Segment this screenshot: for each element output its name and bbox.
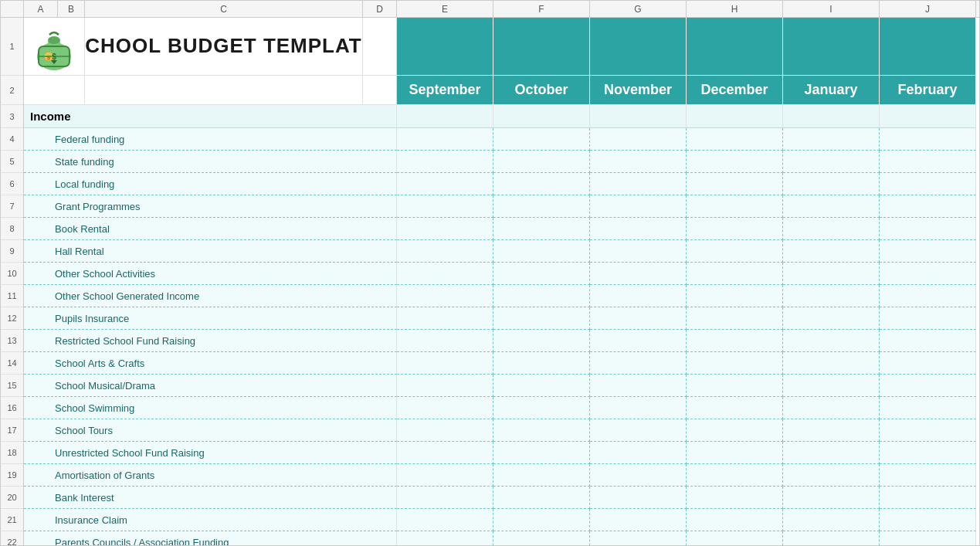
cell-j19[interactable] (880, 464, 976, 487)
cell-h22[interactable] (687, 531, 783, 545)
cell-e8[interactable] (397, 218, 493, 240)
cell-h17[interactable] (687, 419, 783, 442)
cell-e9[interactable] (397, 240, 493, 263)
cell-j8[interactable] (880, 218, 976, 240)
cell-e6[interactable] (397, 173, 493, 195)
cell-j16[interactable] (880, 397, 976, 419)
cell-h21[interactable] (687, 509, 783, 531)
cell-h4[interactable] (687, 128, 783, 151)
cell-i6[interactable] (783, 173, 880, 195)
cell-f8[interactable] (493, 218, 590, 240)
cell-g15[interactable] (590, 375, 687, 397)
cell-e16[interactable] (397, 397, 493, 419)
cell-h11[interactable] (687, 285, 783, 307)
cell-g13[interactable] (590, 330, 687, 352)
cell-e12[interactable] (397, 307, 493, 330)
cell-g16[interactable] (590, 397, 687, 419)
cell-i19[interactable] (783, 464, 880, 487)
cell-g11[interactable] (590, 285, 687, 307)
cell-h9[interactable] (687, 240, 783, 263)
cell-j15[interactable] (880, 375, 976, 397)
cell-i13[interactable] (783, 330, 880, 352)
cell-h5[interactable] (687, 151, 783, 173)
cell-g19[interactable] (590, 464, 687, 487)
cell-e22[interactable] (397, 531, 493, 545)
cell-e21[interactable] (397, 509, 493, 531)
cell-j5[interactable] (880, 151, 976, 173)
cell-f4[interactable] (493, 128, 590, 151)
cell-j6[interactable] (880, 173, 976, 195)
cell-i17[interactable] (783, 419, 880, 442)
cell-h20[interactable] (687, 487, 783, 509)
cell-g14[interactable] (590, 352, 687, 375)
cell-i16[interactable] (783, 397, 880, 419)
cell-f13[interactable] (493, 330, 590, 352)
cell-h15[interactable] (687, 375, 783, 397)
cell-i9[interactable] (783, 240, 880, 263)
cell-e18[interactable] (397, 442, 493, 464)
cell-g17[interactable] (590, 419, 687, 442)
cell-g12[interactable] (590, 307, 687, 330)
cell-g4[interactable] (590, 128, 687, 151)
cell-h10[interactable] (687, 263, 783, 285)
cell-f20[interactable] (493, 487, 590, 509)
cell-e15[interactable] (397, 375, 493, 397)
cell-g18[interactable] (590, 442, 687, 464)
cell-j21[interactable] (880, 509, 976, 531)
cell-i12[interactable] (783, 307, 880, 330)
cell-h12[interactable] (687, 307, 783, 330)
cell-j18[interactable] (880, 442, 976, 464)
cell-f7[interactable] (493, 195, 590, 218)
cell-j22[interactable] (880, 531, 976, 545)
cell-i11[interactable] (783, 285, 880, 307)
cell-e5[interactable] (397, 151, 493, 173)
cell-h6[interactable] (687, 173, 783, 195)
cell-j12[interactable] (880, 307, 976, 330)
cell-j4[interactable] (880, 128, 976, 151)
cell-g6[interactable] (590, 173, 687, 195)
cell-f19[interactable] (493, 464, 590, 487)
cell-e14[interactable] (397, 352, 493, 375)
cell-j7[interactable] (880, 195, 976, 218)
cell-i7[interactable] (783, 195, 880, 218)
cell-i8[interactable] (783, 218, 880, 240)
cell-h8[interactable] (687, 218, 783, 240)
cell-f5[interactable] (493, 151, 590, 173)
cell-g8[interactable] (590, 218, 687, 240)
cell-e19[interactable] (397, 464, 493, 487)
cell-f10[interactable] (493, 263, 590, 285)
cell-f12[interactable] (493, 307, 590, 330)
cell-f14[interactable] (493, 352, 590, 375)
cell-i22[interactable] (783, 531, 880, 545)
cell-f6[interactable] (493, 173, 590, 195)
cell-f15[interactable] (493, 375, 590, 397)
cell-i18[interactable] (783, 442, 880, 464)
cell-g7[interactable] (590, 195, 687, 218)
cell-i20[interactable] (783, 487, 880, 509)
cell-g21[interactable] (590, 509, 687, 531)
cell-f16[interactable] (493, 397, 590, 419)
cell-f11[interactable] (493, 285, 590, 307)
cell-g22[interactable] (590, 531, 687, 545)
cell-j17[interactable] (880, 419, 976, 442)
cell-h13[interactable] (687, 330, 783, 352)
cell-f17[interactable] (493, 419, 590, 442)
cell-g20[interactable] (590, 487, 687, 509)
cell-f18[interactable] (493, 442, 590, 464)
cell-f22[interactable] (493, 531, 590, 545)
cell-e20[interactable] (397, 487, 493, 509)
cell-e11[interactable] (397, 285, 493, 307)
cell-e17[interactable] (397, 419, 493, 442)
cell-f21[interactable] (493, 509, 590, 531)
cell-h19[interactable] (687, 464, 783, 487)
cell-g9[interactable] (590, 240, 687, 263)
cell-i14[interactable] (783, 352, 880, 375)
cell-i21[interactable] (783, 509, 880, 531)
cell-j10[interactable] (880, 263, 976, 285)
cell-e4[interactable] (397, 128, 493, 151)
cell-f9[interactable] (493, 240, 590, 263)
cell-j20[interactable] (880, 487, 976, 509)
cell-e13[interactable] (397, 330, 493, 352)
cell-h18[interactable] (687, 442, 783, 464)
cell-i15[interactable] (783, 375, 880, 397)
